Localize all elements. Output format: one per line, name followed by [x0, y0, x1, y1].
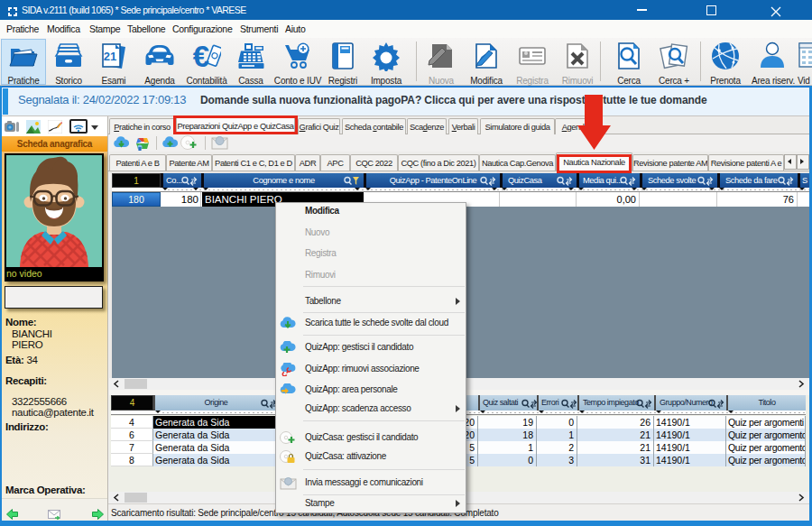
svg-text:21: 21 [104, 50, 116, 63]
svg-text:€: € [193, 41, 209, 71]
